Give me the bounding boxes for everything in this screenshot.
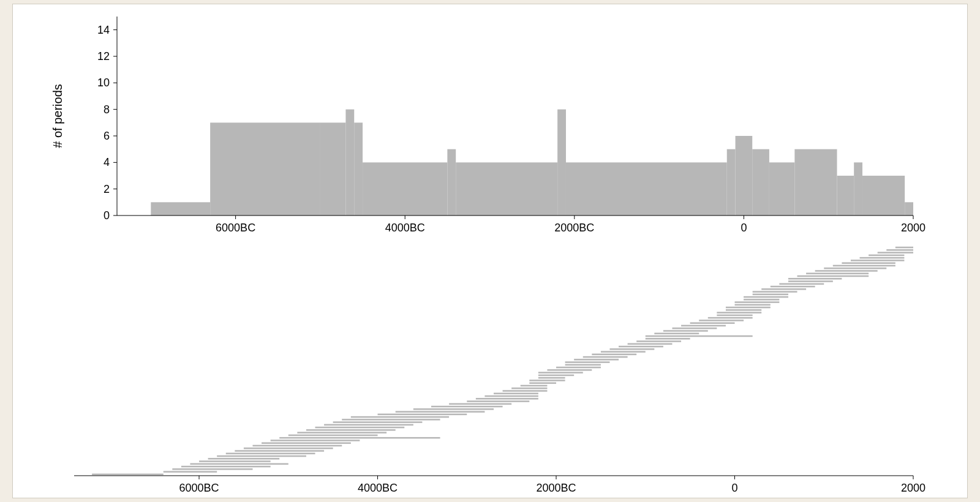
y-axis-label: # of periods — [51, 84, 64, 148]
period-interval — [636, 340, 681, 342]
period-interval — [262, 442, 351, 444]
period-interval — [824, 268, 886, 269]
period-interval — [788, 280, 833, 282]
period-interval — [601, 351, 646, 353]
y-tick-label: 6 — [104, 130, 110, 142]
x-tick-label: 4000BC — [358, 482, 398, 494]
period-interval — [708, 317, 753, 319]
period-interval — [521, 385, 548, 387]
period-interval — [324, 424, 413, 426]
histogram-bar — [456, 162, 557, 215]
period-interval — [503, 390, 548, 392]
period-interval — [592, 354, 636, 356]
period-interval — [753, 294, 788, 296]
period-interval — [271, 440, 360, 441]
period-interval — [342, 419, 440, 421]
period-interval — [646, 335, 753, 337]
x-tick-label: 2000 — [901, 482, 925, 494]
period-interval — [288, 435, 378, 436]
period-interval — [315, 427, 405, 429]
x-tick-label: 6000BC — [216, 222, 255, 234]
period-interval — [538, 377, 565, 379]
period-interval — [851, 260, 904, 261]
period-interval — [717, 312, 761, 313]
period-interval — [235, 450, 324, 452]
histogram-bar — [151, 202, 210, 215]
y-tick-label: 12 — [97, 50, 110, 62]
period-interval — [529, 382, 556, 384]
period-interval — [619, 346, 663, 348]
y-tick-label: 14 — [97, 24, 110, 36]
period-interval — [351, 416, 449, 418]
period-interval — [279, 437, 440, 439]
period-interval — [699, 320, 744, 321]
period-interval — [476, 398, 538, 400]
histogram-bar — [354, 122, 363, 215]
period-interval — [494, 392, 538, 394]
period-interval — [761, 288, 806, 290]
period-interval — [396, 411, 485, 413]
period-interval — [583, 356, 628, 358]
histogram-bar — [363, 162, 447, 215]
histogram-bar — [736, 136, 753, 215]
y-tick-label: 2 — [104, 183, 110, 195]
period-interval — [788, 278, 842, 280]
period-interval — [681, 325, 726, 327]
period-interval — [565, 364, 601, 366]
period-interval — [511, 388, 547, 389]
period-interval — [806, 272, 869, 274]
period-interval — [190, 463, 288, 465]
histogram-bar — [794, 149, 837, 215]
period-interval — [484, 395, 538, 397]
period-interval — [690, 322, 735, 324]
period-interval — [172, 468, 252, 470]
period-interval — [449, 403, 511, 405]
period-interval — [753, 291, 797, 293]
period-interval — [92, 474, 164, 476]
period-interval — [663, 330, 708, 332]
period-interval — [413, 408, 494, 410]
period-interval — [886, 249, 913, 251]
period-interval — [628, 343, 673, 345]
period-interval — [297, 432, 386, 433]
x-tick-label: 0 — [732, 482, 738, 494]
period-interval — [431, 406, 503, 408]
period-interval — [869, 255, 904, 257]
period-interval — [744, 299, 779, 301]
period-interval — [538, 375, 574, 376]
period-interval — [654, 332, 699, 334]
period-interval — [529, 380, 565, 381]
period-interval — [878, 252, 913, 253]
histogram-bar — [345, 110, 354, 215]
period-interval — [565, 361, 610, 363]
period-interval — [181, 466, 271, 468]
period-interval — [538, 372, 583, 373]
period-interval — [217, 455, 306, 457]
x-tick-label: 2000 — [901, 222, 925, 234]
histogram-bar — [837, 176, 854, 215]
period-interval — [574, 359, 619, 361]
period-interval — [333, 421, 423, 423]
period-interval — [199, 460, 271, 462]
histogram-bar — [854, 162, 862, 215]
period-interval — [252, 445, 342, 447]
histogram-bar — [727, 149, 736, 215]
histogram-bar — [320, 122, 345, 215]
period-interval — [306, 429, 396, 431]
period-interval — [467, 400, 529, 402]
period-interval — [208, 458, 280, 460]
period-interval — [779, 283, 824, 285]
period-interval — [547, 369, 592, 371]
x-tick-label: 6000BC — [179, 482, 219, 494]
period-interval — [378, 414, 467, 416]
y-tick-label: 0 — [104, 209, 110, 222]
histogram-bar — [905, 202, 913, 215]
period-interval — [771, 286, 815, 288]
chart-panel: 024681012146000BC4000BC2000BC02000# of p… — [12, 4, 968, 498]
period-interval — [735, 304, 771, 306]
period-interval — [815, 270, 878, 272]
period-interval — [717, 315, 752, 317]
period-interval — [226, 453, 315, 455]
period-interval — [726, 309, 761, 311]
period-interval — [672, 328, 717, 329]
